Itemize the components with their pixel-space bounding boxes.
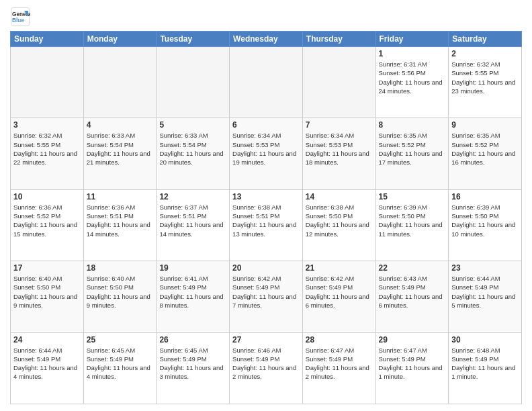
col-header-thursday: Thursday (302, 32, 375, 47)
calendar-cell: 30Sunrise: 6:48 AM Sunset: 5:49 PM Dayli… (449, 332, 522, 404)
day-number: 28 (306, 335, 373, 345)
calendar-cell: 17Sunrise: 6:40 AM Sunset: 5:50 PM Dayli… (11, 261, 84, 332)
day-info: Sunrise: 6:40 AM Sunset: 5:50 PM Dayligh… (13, 274, 81, 310)
calendar-week-row: 1Sunrise: 6:31 AM Sunset: 5:56 PM Daylig… (11, 47, 522, 118)
day-number: 19 (159, 263, 226, 273)
calendar-cell: 27Sunrise: 6:46 AM Sunset: 5:49 PM Dayli… (230, 332, 303, 404)
calendar-week-row: 3Sunrise: 6:32 AM Sunset: 5:55 PM Daylig… (11, 118, 522, 189)
day-info: Sunrise: 6:33 AM Sunset: 5:54 PM Dayligh… (87, 131, 154, 167)
day-info: Sunrise: 6:36 AM Sunset: 5:52 PM Dayligh… (13, 203, 81, 238)
day-number: 15 (379, 192, 446, 201)
day-number: 17 (13, 263, 81, 273)
calendar-cell: 21Sunrise: 6:42 AM Sunset: 5:49 PM Dayli… (302, 261, 375, 332)
calendar-cell: 15Sunrise: 6:39 AM Sunset: 5:50 PM Dayli… (375, 189, 449, 261)
day-number: 14 (306, 192, 373, 201)
day-info: Sunrise: 6:32 AM Sunset: 5:55 PM Dayligh… (451, 60, 519, 95)
calendar-cell: 8Sunrise: 6:35 AM Sunset: 5:52 PM Daylig… (375, 118, 449, 189)
calendar-week-row: 17Sunrise: 6:40 AM Sunset: 5:50 PM Dayli… (11, 261, 522, 332)
day-info: Sunrise: 6:40 AM Sunset: 5:50 PM Dayligh… (87, 274, 154, 310)
calendar-cell: 22Sunrise: 6:43 AM Sunset: 5:49 PM Dayli… (375, 261, 449, 332)
calendar-cell: 13Sunrise: 6:38 AM Sunset: 5:51 PM Dayli… (230, 189, 303, 261)
calendar-cell: 4Sunrise: 6:33 AM Sunset: 5:54 PM Daylig… (83, 118, 157, 189)
header: General Blue (10, 7, 522, 27)
page: General Blue SundayMondayTuesdayWednesda… (0, 0, 532, 411)
calendar-cell (11, 47, 84, 118)
calendar-cell: 25Sunrise: 6:45 AM Sunset: 5:49 PM Dayli… (83, 332, 157, 404)
calendar-cell: 10Sunrise: 6:36 AM Sunset: 5:52 PM Dayli… (11, 189, 84, 261)
day-info: Sunrise: 6:35 AM Sunset: 5:52 PM Dayligh… (451, 131, 519, 167)
col-header-wednesday: Wednesday (230, 32, 303, 47)
day-number: 23 (451, 263, 519, 273)
calendar-cell (83, 47, 157, 118)
calendar-cell (302, 47, 375, 118)
day-number: 12 (159, 192, 226, 201)
day-info: Sunrise: 6:47 AM Sunset: 5:49 PM Dayligh… (306, 346, 373, 381)
day-info: Sunrise: 6:48 AM Sunset: 5:49 PM Dayligh… (451, 346, 519, 381)
day-info: Sunrise: 6:47 AM Sunset: 5:49 PM Dayligh… (379, 346, 446, 381)
logo: General Blue (10, 7, 30, 27)
day-info: Sunrise: 6:35 AM Sunset: 5:52 PM Dayligh… (379, 131, 446, 167)
day-number: 4 (87, 120, 154, 130)
day-number: 9 (451, 120, 519, 130)
day-number: 6 (232, 120, 300, 130)
calendar-week-row: 10Sunrise: 6:36 AM Sunset: 5:52 PM Dayli… (11, 189, 522, 261)
day-number: 20 (232, 263, 300, 273)
calendar-cell: 3Sunrise: 6:32 AM Sunset: 5:55 PM Daylig… (11, 118, 84, 189)
day-info: Sunrise: 6:44 AM Sunset: 5:49 PM Dayligh… (13, 346, 81, 381)
calendar-cell: 26Sunrise: 6:45 AM Sunset: 5:49 PM Dayli… (157, 332, 230, 404)
day-info: Sunrise: 6:36 AM Sunset: 5:51 PM Dayligh… (87, 203, 154, 238)
calendar-cell: 14Sunrise: 6:38 AM Sunset: 5:50 PM Dayli… (302, 189, 375, 261)
day-info: Sunrise: 6:41 AM Sunset: 5:49 PM Dayligh… (159, 274, 226, 310)
day-number: 3 (13, 120, 81, 130)
logo-icon: General Blue (10, 7, 30, 27)
calendar-cell: 18Sunrise: 6:40 AM Sunset: 5:50 PM Dayli… (83, 261, 157, 332)
day-number: 27 (232, 335, 300, 345)
calendar-cell: 7Sunrise: 6:34 AM Sunset: 5:53 PM Daylig… (302, 118, 375, 189)
day-number: 18 (87, 263, 154, 273)
calendar-cell: 16Sunrise: 6:39 AM Sunset: 5:50 PM Dayli… (449, 189, 522, 261)
calendar-cell: 12Sunrise: 6:37 AM Sunset: 5:51 PM Dayli… (157, 189, 230, 261)
day-info: Sunrise: 6:39 AM Sunset: 5:50 PM Dayligh… (379, 203, 446, 238)
day-number: 11 (87, 192, 154, 201)
col-header-friday: Friday (375, 32, 449, 47)
calendar-header-row: SundayMondayTuesdayWednesdayThursdayFrid… (11, 32, 522, 47)
day-info: Sunrise: 6:38 AM Sunset: 5:51 PM Dayligh… (232, 203, 300, 238)
day-number: 5 (159, 120, 226, 130)
col-header-saturday: Saturday (449, 32, 522, 47)
calendar-cell: 5Sunrise: 6:33 AM Sunset: 5:54 PM Daylig… (157, 118, 230, 189)
calendar-cell: 23Sunrise: 6:44 AM Sunset: 5:49 PM Dayli… (449, 261, 522, 332)
day-number: 8 (379, 120, 446, 130)
col-header-monday: Monday (83, 32, 157, 47)
day-number: 24 (13, 335, 81, 345)
day-info: Sunrise: 6:42 AM Sunset: 5:49 PM Dayligh… (306, 274, 373, 310)
day-info: Sunrise: 6:42 AM Sunset: 5:49 PM Dayligh… (232, 274, 300, 310)
day-number: 21 (306, 263, 373, 273)
day-info: Sunrise: 6:39 AM Sunset: 5:50 PM Dayligh… (451, 203, 519, 238)
calendar-week-row: 24Sunrise: 6:44 AM Sunset: 5:49 PM Dayli… (11, 332, 522, 404)
day-number: 7 (306, 120, 373, 130)
day-info: Sunrise: 6:38 AM Sunset: 5:50 PM Dayligh… (306, 203, 373, 238)
day-info: Sunrise: 6:44 AM Sunset: 5:49 PM Dayligh… (451, 274, 519, 310)
day-number: 13 (232, 192, 300, 201)
day-info: Sunrise: 6:45 AM Sunset: 5:49 PM Dayligh… (87, 346, 154, 381)
calendar-cell: 19Sunrise: 6:41 AM Sunset: 5:49 PM Dayli… (157, 261, 230, 332)
col-header-tuesday: Tuesday (157, 32, 230, 47)
day-info: Sunrise: 6:46 AM Sunset: 5:49 PM Dayligh… (232, 346, 300, 381)
day-number: 1 (379, 49, 446, 58)
calendar-cell: 9Sunrise: 6:35 AM Sunset: 5:52 PM Daylig… (449, 118, 522, 189)
calendar-cell: 20Sunrise: 6:42 AM Sunset: 5:49 PM Dayli… (230, 261, 303, 332)
calendar-cell: 1Sunrise: 6:31 AM Sunset: 5:56 PM Daylig… (375, 47, 449, 118)
day-number: 26 (159, 335, 226, 345)
day-number: 22 (379, 263, 446, 273)
day-info: Sunrise: 6:33 AM Sunset: 5:54 PM Dayligh… (159, 131, 226, 167)
day-number: 2 (451, 49, 519, 58)
calendar-cell: 28Sunrise: 6:47 AM Sunset: 5:49 PM Dayli… (302, 332, 375, 404)
day-number: 29 (379, 335, 446, 345)
calendar-cell: 24Sunrise: 6:44 AM Sunset: 5:49 PM Dayli… (11, 332, 84, 404)
day-info: Sunrise: 6:45 AM Sunset: 5:49 PM Dayligh… (159, 346, 226, 381)
day-info: Sunrise: 6:34 AM Sunset: 5:53 PM Dayligh… (232, 131, 300, 167)
day-info: Sunrise: 6:37 AM Sunset: 5:51 PM Dayligh… (159, 203, 226, 238)
day-info: Sunrise: 6:31 AM Sunset: 5:56 PM Dayligh… (379, 60, 446, 95)
day-number: 16 (451, 192, 519, 201)
svg-text:Blue: Blue (12, 17, 24, 24)
